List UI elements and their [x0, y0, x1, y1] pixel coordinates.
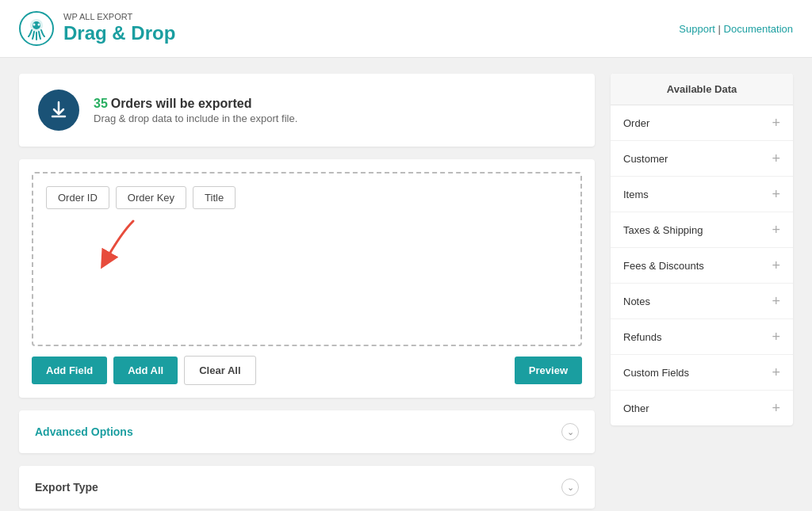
main-wrapper: 35 Orders will be exported Drag & drop d…: [0, 58, 812, 511]
data-item-items-label: Items: [623, 189, 649, 200]
preview-button[interactable]: Preview: [515, 357, 582, 384]
left-column: 35 Orders will be exported Drag & drop d…: [19, 74, 595, 509]
drag-drop-section: Order ID Order Key Title: [19, 159, 595, 398]
svg-point-4: [38, 24, 40, 26]
data-item-custom-fields[interactable]: Custom Fields +: [611, 355, 793, 391]
header-links: Support | Documentation: [679, 23, 793, 35]
download-icon: [48, 99, 70, 121]
logo-text-main: Drag & Drop: [63, 22, 175, 45]
data-item-taxes-shipping[interactable]: Taxes & Shipping +: [611, 212, 793, 248]
logo-area: WP ALL EXPORT Drag & Drop: [19, 11, 175, 46]
data-item-taxes-shipping-label: Taxes & Shipping: [623, 224, 703, 236]
data-item-taxes-shipping-plus: +: [772, 223, 780, 237]
logo-text: WP ALL EXPORT Drag & Drop: [63, 12, 175, 45]
advanced-options-section[interactable]: Advanced Options ⌄: [19, 410, 595, 453]
banner-subtitle: Drag & drop data to include in the expor…: [94, 112, 297, 124]
arrow-area: [46, 209, 568, 273]
field-tag-order-key[interactable]: Order Key: [116, 186, 186, 209]
data-item-customer-label: Customer: [623, 153, 668, 165]
export-type-section[interactable]: Export Type ⌄: [19, 466, 595, 509]
info-icon-wrap: [38, 90, 79, 131]
export-type-chevron-icon: ⌄: [561, 479, 579, 496]
info-banner: 35 Orders will be exported Drag & drop d…: [19, 74, 595, 147]
order-count: 35: [94, 97, 108, 110]
app-header: WP ALL EXPORT Drag & Drop Support | Docu…: [0, 0, 812, 58]
field-tag-order-id[interactable]: Order ID: [46, 186, 109, 209]
data-item-refunds-plus: +: [772, 330, 780, 344]
header-separator: |: [718, 23, 721, 35]
data-item-notes[interactable]: Notes +: [611, 284, 793, 319]
documentation-link[interactable]: Documentation: [724, 23, 793, 35]
data-item-order[interactable]: Order +: [611, 105, 793, 141]
support-link[interactable]: Support: [679, 23, 715, 35]
available-data-header: Available Data: [611, 74, 793, 105]
available-data-panel: Available Data Order + Customer + Items …: [611, 74, 793, 425]
data-item-fees-discounts-plus: +: [772, 258, 780, 273]
advanced-options-label: Advanced Options: [35, 425, 133, 438]
data-item-other-plus: +: [772, 401, 780, 415]
drag-area[interactable]: Order ID Order Key Title: [32, 172, 582, 346]
drag-fields: Order ID Order Key Title: [46, 186, 568, 209]
action-buttons: Add Field Add All Clear All Preview: [32, 356, 582, 385]
add-all-button[interactable]: Add All: [113, 357, 178, 384]
logo-icon: [19, 11, 54, 46]
info-text: 35 Orders will be exported Drag & drop d…: [94, 97, 297, 124]
data-item-customer[interactable]: Customer +: [611, 141, 793, 177]
logo-text-top: WP ALL EXPORT: [63, 12, 175, 22]
data-item-customer-plus: +: [772, 151, 780, 166]
red-arrow-icon: [86, 217, 149, 273]
data-item-fees-discounts[interactable]: Fees & Discounts +: [611, 248, 793, 284]
data-item-notes-plus: +: [772, 294, 780, 308]
banner-title-line: 35 Orders will be exported: [94, 97, 297, 111]
data-item-order-label: Order: [623, 117, 649, 129]
data-item-items-plus: +: [772, 187, 780, 201]
export-type-label: Export Type: [35, 481, 98, 494]
clear-all-button[interactable]: Clear All: [184, 356, 255, 385]
data-item-custom-fields-plus: +: [772, 365, 780, 379]
data-item-order-plus: +: [772, 116, 780, 130]
data-item-refunds[interactable]: Refunds +: [611, 319, 793, 355]
data-item-other-label: Other: [623, 402, 649, 414]
data-item-custom-fields-label: Custom Fields: [623, 367, 689, 379]
data-item-fees-discounts-label: Fees & Discounts: [623, 260, 704, 272]
right-column: Available Data Order + Customer + Items …: [611, 74, 793, 509]
data-item-refunds-label: Refunds: [623, 331, 661, 343]
add-field-button[interactable]: Add Field: [32, 357, 107, 384]
data-item-items[interactable]: Items +: [611, 177, 793, 212]
field-tag-title[interactable]: Title: [193, 186, 236, 209]
advanced-options-chevron-icon: ⌄: [561, 423, 579, 440]
svg-point-3: [33, 24, 36, 26]
data-item-other[interactable]: Other +: [611, 391, 793, 425]
data-item-notes-label: Notes: [623, 296, 650, 307]
banner-title: Orders will be exported: [111, 97, 252, 110]
